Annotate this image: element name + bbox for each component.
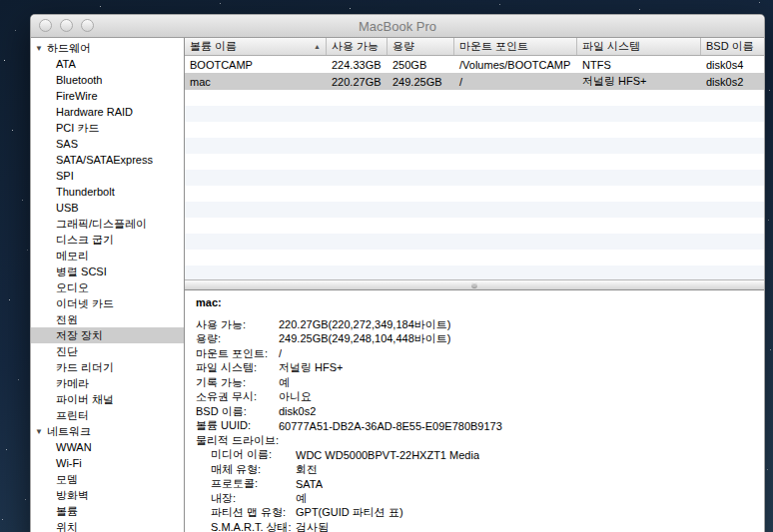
detail-label: 내장: xyxy=(211,491,296,506)
sidebar-item[interactable]: 전원 xyxy=(31,311,184,327)
sidebar-item[interactable]: PCI 카드 xyxy=(31,120,184,136)
detail-panel: mac: 사용 가능:220.27GB(220,272,349,184바이트)용… xyxy=(185,290,764,532)
detail-row: BSD 이름:disk0s2 xyxy=(185,404,764,419)
table-cell: mac xyxy=(185,76,327,88)
sidebar-item[interactable]: ATA xyxy=(31,56,184,72)
minimize-window-icon[interactable] xyxy=(60,19,73,32)
detail-label: S.M.A.R.T. 상태: xyxy=(211,520,296,532)
sidebar-item[interactable]: Bluetooth xyxy=(31,72,184,88)
sort-ascending-icon: ▲ xyxy=(311,43,321,50)
disclosure-triangle-icon[interactable]: ▼ xyxy=(35,41,43,57)
detail-label: 매체 유형: xyxy=(211,462,296,477)
sidebar-item[interactable]: Thunderbolt xyxy=(31,184,184,200)
detail-value: 회전 xyxy=(296,462,318,477)
sidebar-item[interactable]: 이더넷 카드 xyxy=(31,295,184,311)
sidebar-item[interactable]: 병렬 SCSI xyxy=(31,264,184,279)
sidebar-item[interactable]: 위치 xyxy=(31,519,184,532)
table-empty-area xyxy=(185,90,764,279)
sidebar-item[interactable]: 디스크 굽기 xyxy=(31,232,184,248)
sidebar-item[interactable]: Hardware RAID xyxy=(31,104,184,120)
window-controls xyxy=(39,19,94,32)
sidebar-item[interactable]: 저장 장치 xyxy=(31,327,184,343)
window-content: ▼하드웨어ATABluetoothFireWireHardware RAIDPC… xyxy=(31,38,764,532)
sidebar-item[interactable]: 카메라 xyxy=(31,375,184,391)
detail-title: mac: xyxy=(196,296,764,308)
column-header[interactable]: 볼륨 이름▲ xyxy=(185,38,327,55)
sidebar-item[interactable]: 방화벽 xyxy=(31,487,184,503)
table-row[interactable]: mac220.27GB249.25GB/저널링 HFS+disk0s2 xyxy=(185,73,764,90)
sidebar-item[interactable]: SPI xyxy=(31,168,184,184)
column-header-label: 파일 시스템 xyxy=(582,39,640,54)
detail-row: 사용 가능:220.27GB(220,272,349,184바이트) xyxy=(185,317,764,332)
detail-label: BSD 이름: xyxy=(196,404,279,419)
detail-row: 프로토콜:SATA xyxy=(185,477,764,492)
sidebar-item[interactable]: 볼륨 xyxy=(31,503,184,519)
sidebar-item[interactable]: SATA/SATAExpress xyxy=(31,152,184,168)
column-header[interactable]: 용량 xyxy=(387,38,454,55)
detail-value: WDC WD5000BPVT-22HXZT1 Media xyxy=(296,449,479,461)
column-header-label: 마운트 포인트 xyxy=(459,39,528,54)
detail-row: 파일 시스템:저널링 HFS+ xyxy=(185,361,764,376)
column-header-label: 사용 가능 xyxy=(332,39,379,54)
sidebar-group-header[interactable]: ▼네트워크 xyxy=(31,423,184,439)
sidebar-item[interactable]: 진단 xyxy=(31,343,184,359)
column-header[interactable]: 사용 가능 xyxy=(327,38,387,55)
detail-value: GPT(GUID 파티션 표) xyxy=(296,505,403,520)
table-cell: 249.25GB xyxy=(387,76,454,88)
column-header-label: BSD 이름 xyxy=(706,39,754,54)
detail-row: S.M.A.R.T. 상태:검사됨 xyxy=(185,520,764,532)
sidebar-item[interactable]: 카드 리더기 xyxy=(31,359,184,375)
close-window-icon[interactable] xyxy=(39,19,52,32)
title-bar[interactable]: MacBook Pro xyxy=(31,15,764,38)
detail-row: 매체 유형:회전 xyxy=(185,462,764,477)
detail-row: 미디어 이름:WDC WD5000BPVT-22HXZT1 Media xyxy=(185,448,764,463)
detail-value: / xyxy=(279,347,282,359)
column-header[interactable]: BSD 이름 xyxy=(701,38,764,55)
system-information-window: MacBook Pro ▼하드웨어ATABluetoothFireWireHar… xyxy=(30,14,765,532)
zoom-window-icon[interactable] xyxy=(81,19,94,32)
sidebar-item[interactable]: 프린터 xyxy=(31,407,184,423)
sidebar-item[interactable]: 오디오 xyxy=(31,279,184,295)
table-row[interactable]: BOOTCAMP224.33GB250GB/Volumes/BOOTCAMPNT… xyxy=(185,56,764,73)
detail-row: 볼륨 UUID:60777A51-DB2A-36AD-8E55-E09E780B… xyxy=(185,419,764,434)
detail-value: disk0s2 xyxy=(279,405,316,417)
detail-label: 파일 시스템: xyxy=(196,360,279,375)
sidebar-item[interactable]: 그래픽/디스플레이 xyxy=(31,216,184,232)
detail-value: 저널링 HFS+ xyxy=(279,360,343,375)
column-header-label: 볼륨 이름 xyxy=(190,39,237,54)
sidebar-item[interactable]: WWAN xyxy=(31,439,184,455)
window-title: MacBook Pro xyxy=(359,19,436,34)
desktop-stars xyxy=(0,0,1,1)
sidebar-item[interactable]: 파이버 채널 xyxy=(31,391,184,407)
sidebar-item[interactable]: Wi-Fi xyxy=(31,455,184,471)
column-header-label: 용량 xyxy=(392,39,414,54)
sidebar-item[interactable]: USB xyxy=(31,200,184,216)
table-rows: BOOTCAMP224.33GB250GB/Volumes/BOOTCAMPNT… xyxy=(185,56,764,90)
pane-splitter[interactable] xyxy=(185,279,764,290)
detail-label: 볼륨 UUID: xyxy=(196,418,279,433)
table-cell: 220.27GB xyxy=(327,76,387,88)
detail-value: 검사됨 xyxy=(296,520,329,532)
detail-label: 기록 가능: xyxy=(196,375,279,390)
column-header[interactable]: 마운트 포인트 xyxy=(454,38,577,55)
detail-label: 사용 가능: xyxy=(196,317,279,332)
detail-label: 용량: xyxy=(196,331,279,346)
table-cell: 250GB xyxy=(387,59,454,71)
table-cell: disk0s2 xyxy=(701,76,764,88)
table-cell: disk0s4 xyxy=(701,59,764,71)
detail-value: SATA xyxy=(296,478,323,490)
table-cell: 224.33GB xyxy=(327,59,387,71)
column-header[interactable]: 파일 시스템 xyxy=(577,38,701,55)
detail-label: 소유권 무시: xyxy=(196,389,279,404)
sidebar-item[interactable]: FireWire xyxy=(31,88,184,104)
table-cell: /Volumes/BOOTCAMP xyxy=(454,59,577,71)
main-panel: 볼륨 이름▲사용 가능용량마운트 포인트파일 시스템BSD 이름 BOOTCAM… xyxy=(185,38,764,532)
disclosure-triangle-icon[interactable]: ▼ xyxy=(35,424,43,440)
sidebar-item[interactable]: 모뎀 xyxy=(31,471,184,487)
sidebar-item[interactable]: SAS xyxy=(31,136,184,152)
detail-value: 60777A51-DB2A-36AD-8E55-E09E780B9173 xyxy=(279,420,502,432)
detail-label: 프로토콜: xyxy=(211,476,296,491)
detail-rows: 사용 가능:220.27GB(220,272,349,184바이트)용량:249… xyxy=(185,317,764,532)
sidebar-item[interactable]: 메모리 xyxy=(31,248,184,264)
sidebar-group-header[interactable]: ▼하드웨어 xyxy=(31,40,184,56)
